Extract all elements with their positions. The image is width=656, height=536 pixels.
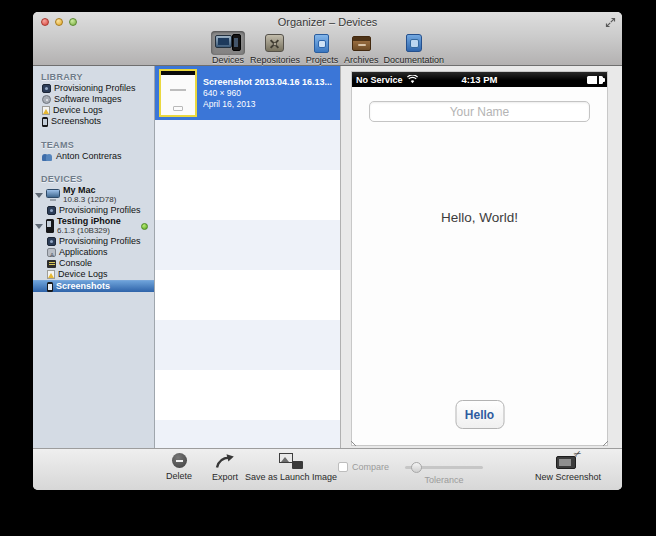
device-log-icon	[42, 106, 50, 115]
save-as-launch-image-icon	[279, 453, 303, 469]
hello-world-label: Hello, World!	[352, 210, 607, 225]
close-button[interactable]	[41, 18, 49, 26]
empty-list-row	[155, 220, 340, 270]
device-screenshot-preview: No Service 4:13 PM Hello, World! Hello	[352, 72, 607, 445]
window-title: Organizer – Devices	[33, 12, 622, 32]
console-icon	[47, 260, 56, 268]
battery-icon	[587, 76, 603, 84]
resize-grip	[603, 441, 608, 446]
provisioning-profile-icon	[47, 206, 56, 215]
device-log-icon	[47, 270, 55, 279]
provisioning-profile-icon	[47, 237, 56, 246]
sidebar-item-iphone-applications[interactable]: Applications	[33, 247, 154, 258]
screenshot-list: Screenshot 2013.04.16 16.13... 640 × 960…	[155, 66, 341, 448]
iphone-icon	[46, 219, 54, 233]
library-header: LIBRARY	[33, 72, 154, 83]
screenshot-preview-panel: No Service 4:13 PM Hello, World! Hello	[341, 66, 622, 448]
slider-thumb	[411, 462, 422, 473]
new-screenshot-icon: ✂	[556, 453, 580, 469]
empty-list-row	[155, 120, 340, 170]
fullscreen-icon[interactable]	[605, 17, 616, 28]
sidebar-item-provisioning-profiles[interactable]: Provisioning Profiles	[33, 83, 154, 94]
empty-list-row	[155, 170, 340, 220]
export-icon	[215, 453, 236, 469]
tab-documentation[interactable]: Documentation	[384, 31, 445, 65]
archives-icon	[352, 36, 371, 51]
devices-header: DEVICES	[33, 174, 154, 185]
devices-icon	[215, 34, 241, 52]
your-name-field[interactable]	[369, 101, 590, 122]
tab-devices[interactable]: Devices	[211, 31, 245, 65]
sidebar-item-team-anton-contreras[interactable]: Anton Contreras	[33, 151, 154, 162]
screenshot-date: April 16, 2013	[203, 99, 332, 110]
screenshot-list-item-selected[interactable]: Screenshot 2013.04.16 16.13... 640 × 960…	[155, 66, 340, 120]
disclosure-triangle-icon[interactable]	[35, 224, 43, 229]
compare-checkbox-row: Compare	[338, 462, 389, 472]
tab-repositories[interactable]: Repositories	[250, 31, 300, 65]
screenshots-icon	[47, 282, 53, 292]
teams-header: TEAMS	[33, 140, 154, 151]
team-icon	[42, 152, 53, 161]
organizer-window: Organizer – Devices Devices Repositories…	[33, 12, 622, 490]
projects-icon	[314, 34, 329, 53]
delete-icon	[172, 453, 187, 468]
screenshot-thumbnail	[159, 69, 197, 117]
main-toolbar: Devices Repositories Projects Archives D…	[33, 31, 622, 66]
iphone-status-bar: No Service 4:13 PM	[352, 72, 607, 87]
content-area: LIBRARY Provisioning Profiles Software I…	[33, 66, 622, 448]
sidebar-item-iphone-device-logs[interactable]: Device Logs	[33, 269, 154, 280]
titlebar[interactable]: Organizer – Devices	[33, 12, 622, 32]
empty-list-row	[155, 420, 340, 448]
sidebar-item-iphone-screenshots-selected[interactable]: Screenshots	[33, 280, 154, 292]
empty-list-row	[155, 320, 340, 370]
sidebar-item-iphone-provisioning-profiles[interactable]: Provisioning Profiles	[33, 236, 154, 247]
delete-button[interactable]: Delete	[151, 453, 207, 481]
sidebar-device-my-mac[interactable]: My Mac 10.8.3 (12D78)	[33, 185, 154, 205]
provisioning-profile-icon	[42, 84, 51, 93]
resize-grip	[351, 441, 356, 446]
tolerance-label: Tolerance	[395, 475, 493, 485]
tab-projects[interactable]: Projects	[305, 31, 339, 65]
sidebar: LIBRARY Provisioning Profiles Software I…	[33, 66, 155, 448]
tolerance-slider	[405, 466, 483, 469]
screenshot-resolution: 640 × 960	[203, 88, 332, 99]
sidebar-item-software-images[interactable]: Software Images	[33, 94, 154, 105]
empty-list-row	[155, 370, 340, 420]
sidebar-item-screenshots[interactable]: Screenshots	[33, 116, 154, 127]
traffic-lights	[41, 18, 77, 26]
sidebar-item-device-logs[interactable]: Device Logs	[33, 105, 154, 116]
save-as-launch-image-button[interactable]: Save as Launch Image	[237, 453, 345, 482]
sidebar-device-testing-iphone[interactable]: Testing iPhone 6.1.3 (10B329)	[33, 216, 154, 236]
software-image-icon	[42, 95, 51, 104]
screenshot-title: Screenshot 2013.04.16 16.13...	[203, 77, 332, 88]
disclosure-triangle-icon[interactable]	[35, 193, 43, 198]
tab-archives[interactable]: Archives	[344, 31, 379, 65]
new-screenshot-button[interactable]: ✂ New Screenshot	[520, 453, 616, 482]
sidebar-item-iphone-console[interactable]: Console	[33, 258, 154, 269]
window-chrome: Organizer – Devices Devices Repositories…	[33, 12, 622, 66]
sidebar-item-mac-provisioning-profiles[interactable]: Provisioning Profiles	[33, 205, 154, 216]
screenshots-icon	[42, 117, 48, 127]
mac-icon	[46, 189, 60, 201]
bottom-toolbar: Delete Export Save as Launch Image Compa…	[33, 448, 622, 490]
zoom-button[interactable]	[69, 18, 77, 26]
status-bar-time: 4:13 PM	[352, 74, 607, 85]
compare-checkbox	[338, 462, 348, 472]
documentation-icon	[406, 34, 422, 52]
applications-icon	[47, 248, 56, 257]
device-connected-status-dot	[141, 223, 148, 230]
repositories-icon	[265, 34, 284, 52]
hello-button[interactable]: Hello	[455, 400, 504, 429]
minimize-button[interactable]	[55, 18, 63, 26]
empty-list-row	[155, 270, 340, 320]
